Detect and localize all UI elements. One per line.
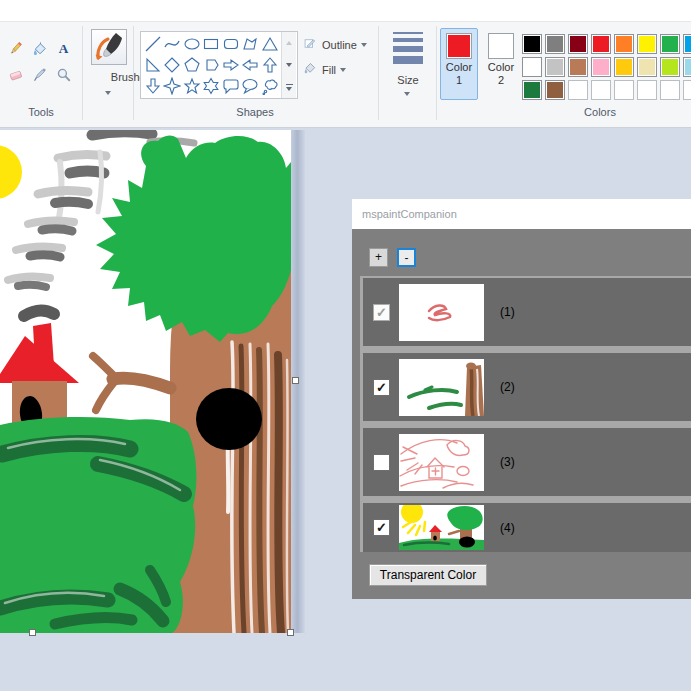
shapes-group-label: Shapes	[140, 106, 370, 118]
fill-bucket-tool-button[interactable]	[28, 36, 52, 62]
layer-thumbnail	[399, 505, 484, 550]
shape-arrow-left[interactable]	[241, 54, 261, 75]
transparent-color-button[interactable]: Transparent Color	[369, 564, 487, 586]
palette-swatch[interactable]	[637, 57, 657, 77]
group-separator	[378, 26, 379, 120]
companion-window: mspaintCompanion + - ✓ (1) ✓	[352, 199, 691, 599]
layer-checkbox[interactable]: ✓	[373, 379, 390, 396]
palette-swatch[interactable]	[591, 34, 611, 54]
shape-pentagon[interactable]	[182, 54, 202, 75]
color1-label: Color	[441, 61, 477, 74]
shape-star-4[interactable]	[163, 75, 183, 96]
palette-swatch[interactable]	[522, 80, 542, 100]
shape-line[interactable]	[143, 33, 163, 54]
palette-swatch[interactable]	[568, 57, 588, 77]
palette-swatch-empty[interactable]	[683, 80, 691, 100]
eyedropper-tool-button[interactable]	[28, 62, 52, 88]
layer-row[interactable]: ✓ (2)	[363, 353, 691, 421]
paint-canvas[interactable]	[0, 130, 291, 633]
palette-swatch[interactable]	[614, 34, 634, 54]
palette-swatch[interactable]	[660, 34, 680, 54]
shape-diamond[interactable]	[163, 54, 183, 75]
shapes-scroll-down-button[interactable]	[282, 54, 296, 76]
tools-group-label: Tools	[0, 106, 82, 118]
color1-button[interactable]: Color 1	[440, 28, 478, 100]
palette-swatch-empty[interactable]	[568, 80, 588, 100]
shape-curve[interactable]	[163, 33, 183, 54]
palette-swatch[interactable]	[522, 57, 542, 77]
chevron-down-icon	[340, 68, 346, 72]
layer-checkbox[interactable]: ✓	[373, 519, 390, 536]
layer-checkbox[interactable]	[373, 454, 390, 471]
shape-arrow-right[interactable]	[221, 54, 241, 75]
colors-group-label: Colors	[560, 106, 640, 118]
add-layer-button[interactable]: +	[369, 248, 388, 267]
palette-swatch-empty[interactable]	[591, 80, 611, 100]
group-separator	[436, 26, 437, 120]
palette-swatch[interactable]	[683, 57, 691, 77]
shape-arrow-up[interactable]	[260, 54, 280, 75]
shapes-expand-button[interactable]	[282, 76, 296, 98]
fill-dropdown[interactable]: Fill	[303, 61, 346, 79]
shape-right-triangle[interactable]	[143, 54, 163, 75]
shape-triangle[interactable]	[260, 33, 280, 54]
fill-icon	[303, 61, 318, 80]
layer-row[interactable]: ✓	[363, 503, 691, 552]
chevron-down-icon	[361, 43, 367, 47]
tools-grid: A	[4, 36, 80, 88]
layer-row[interactable]: ✓ (1)	[363, 278, 691, 346]
brushes-button[interactable]: Brushes	[87, 27, 131, 119]
text-tool-button[interactable]: A	[52, 36, 76, 62]
size-button[interactable]: Size	[383, 28, 433, 118]
color1-number: 1	[441, 74, 477, 87]
shapes-panel	[140, 31, 298, 99]
ribbon-body: A Tools Brushes Outline	[0, 22, 691, 128]
shape-callout-cloud[interactable]	[260, 75, 280, 96]
palette-swatch[interactable]	[637, 34, 657, 54]
palette-swatch-empty[interactable]	[614, 80, 634, 100]
brush-icon	[91, 29, 127, 65]
shapes-scroll-up-button[interactable]	[282, 32, 296, 54]
shape-rounded-rectangle[interactable]	[221, 33, 241, 54]
selection-handle-right[interactable]	[292, 377, 299, 384]
palette-swatch-empty[interactable]	[660, 80, 680, 100]
pencil-tool-button[interactable]	[4, 36, 28, 62]
companion-title: mspaintCompanion	[352, 199, 691, 229]
magnifier-tool-button[interactable]	[52, 62, 76, 88]
layer-label: (3)	[500, 455, 515, 469]
shape-polygon[interactable]	[241, 33, 261, 54]
eraser-tool-button[interactable]	[4, 62, 28, 88]
layer-thumbnail	[399, 284, 484, 341]
palette-swatch[interactable]	[545, 34, 565, 54]
outline-dropdown[interactable]: Outline	[303, 36, 367, 54]
shape-hexagon[interactable]	[202, 54, 222, 75]
shape-callout-rounded[interactable]	[221, 75, 241, 96]
palette-swatch[interactable]	[683, 34, 691, 54]
layer-row[interactable]: (3)	[363, 428, 691, 496]
shapes-grid	[141, 32, 281, 98]
layer-label: (4)	[500, 521, 515, 535]
palette-swatch[interactable]	[614, 57, 634, 77]
palette-swatch[interactable]	[545, 57, 565, 77]
palette-swatch[interactable]	[591, 57, 611, 77]
shape-callout-oval[interactable]	[241, 75, 261, 96]
palette-swatch[interactable]	[660, 57, 680, 77]
shape-star-5[interactable]	[182, 75, 202, 96]
shapes-scrollbar	[281, 32, 296, 98]
shape-rectangle[interactable]	[202, 33, 222, 54]
palette-swatch[interactable]	[545, 80, 565, 100]
palette-swatch[interactable]	[568, 34, 588, 54]
selection-handle-bottom-left[interactable]	[29, 629, 36, 636]
selection-handle-bottom-right[interactable]	[287, 629, 294, 636]
shape-arrow-down[interactable]	[143, 75, 163, 96]
color2-swatch	[488, 33, 514, 59]
shape-ellipse[interactable]	[182, 33, 202, 54]
shape-star-6[interactable]	[202, 75, 222, 96]
color2-button[interactable]: Color 2	[482, 28, 520, 100]
remove-layer-button[interactable]: -	[397, 248, 416, 267]
layer-checkbox[interactable]: ✓	[373, 304, 390, 321]
palette-swatch[interactable]	[522, 34, 542, 54]
color2-number: 2	[483, 74, 519, 87]
color-palette	[522, 34, 691, 100]
palette-swatch-empty[interactable]	[637, 80, 657, 100]
